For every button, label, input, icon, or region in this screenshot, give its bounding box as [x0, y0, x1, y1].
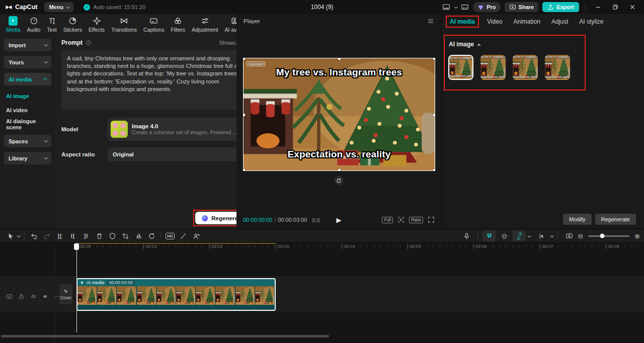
magic-tools-icon[interactable]	[177, 230, 190, 241]
tab-text[interactable]: Text	[44, 16, 59, 33]
full-quality-badge[interactable]: Full	[382, 217, 393, 223]
link-clips-icon[interactable]	[513, 230, 526, 241]
menu-button[interactable]: Menu	[44, 2, 73, 12]
export-button[interactable]: Export	[542, 2, 579, 12]
tab-audio[interactable]: Audio	[24, 16, 44, 33]
tab-effects[interactable]: Effects	[86, 16, 108, 33]
caption-top[interactable]: My tree vs. Instagram trees	[243, 67, 435, 78]
track-select-icon[interactable]	[535, 230, 548, 241]
crop-icon[interactable]	[119, 230, 132, 241]
timeline[interactable]: 00:00 00:01 00:02 00:03 00:04 00:05 00:0…	[0, 243, 644, 343]
snapping-icon[interactable]	[498, 230, 511, 241]
sidebar-item-yours[interactable]: Yours	[4, 56, 51, 68]
tab-adjust[interactable]: Adjust	[551, 18, 568, 25]
timeline-clip[interactable]: AI media 00:00:03:00	[76, 278, 276, 311]
sidebar-item-ai-dialogue-scene[interactable]: AI dialogue scene	[4, 118, 51, 130]
mask-icon[interactable]	[106, 230, 119, 241]
model-select[interactable]: Image 4.0 Create a cohesive set of image…	[108, 118, 249, 141]
mirror-icon[interactable]	[132, 230, 145, 241]
tab-video[interactable]: Video	[487, 18, 502, 25]
hd-quality-icon[interactable]: HD	[164, 230, 177, 241]
thumbnail-1[interactable]: My tree vs. Instagram trees Expectation …	[448, 55, 473, 80]
lock-track-icon[interactable]	[18, 293, 25, 300]
video-preview[interactable]: AI generated My tree vs. Instagram trees…	[243, 58, 435, 171]
timeline-toolbar: ][ I[ ]I HD	[0, 229, 644, 243]
sidebar-item-library[interactable]: Library	[4, 152, 51, 164]
record-voiceover-icon[interactable]	[460, 230, 473, 241]
timeline-scrollbar[interactable]	[1, 335, 329, 337]
thumbnail-3[interactable]: My tree vs. Instagram trees Expectation …	[513, 55, 538, 80]
prompt-label: Prompt	[61, 39, 83, 46]
split-icon[interactable]: ][	[53, 230, 66, 241]
cover-button[interactable]: ✎ Cover	[59, 284, 72, 304]
rotate-handle[interactable]	[335, 176, 344, 185]
info-icon[interactable]	[86, 40, 92, 46]
sidebar-item-ai-image[interactable]: AI image	[4, 90, 51, 102]
redo-icon[interactable]	[40, 230, 53, 241]
sidebar-item-import[interactable]: Import	[4, 39, 51, 51]
tab-media[interactable]: Media	[3, 16, 24, 33]
zoom-in-icon[interactable]: ⊕	[634, 232, 640, 240]
mute-track-icon[interactable]	[42, 293, 49, 300]
sidebar-item-ai-media[interactable]: AI media	[4, 73, 51, 85]
hide-track-icon[interactable]	[30, 293, 37, 300]
zoom-out-icon[interactable]: ⊖	[578, 232, 583, 240]
capcut-app: CapCut Menu ✓ Auto saved: 15:51:20 1004 …	[0, 0, 644, 343]
playhead-handle[interactable]	[74, 243, 79, 250]
tab-ai-media[interactable]: AI media	[450, 18, 475, 25]
caption-bottom[interactable]: Expectation vs. reality	[243, 149, 435, 160]
thumbnail-2[interactable]: My tree vs. Instagram trees Expectation …	[480, 55, 506, 80]
replace-icon[interactable]	[145, 230, 158, 241]
magnet-snap-icon[interactable]	[482, 230, 496, 241]
character-icon[interactable]	[190, 230, 203, 241]
focus-icon[interactable]	[397, 216, 405, 223]
layout-panel-icon[interactable]	[442, 3, 450, 11]
minimize-button[interactable]	[592, 4, 605, 10]
more-options-icon[interactable]: ⋯	[54, 293, 60, 300]
layout-chevron-icon[interactable]	[454, 5, 458, 9]
frame-view-icon[interactable]	[312, 217, 320, 222]
link-chevron[interactable]	[528, 234, 531, 237]
collapse-icon[interactable]	[477, 43, 481, 46]
delete-icon[interactable]	[93, 230, 106, 241]
prompt-input[interactable]: A sad, tiny Christmas tree with only one…	[61, 50, 249, 110]
tab-label: Stickers	[63, 27, 82, 33]
sidebar-item-spaces[interactable]: Spaces	[4, 135, 51, 147]
regenerate-button-right[interactable]: Regenerate	[595, 214, 636, 225]
delete-left-icon[interactable]: I[	[66, 230, 79, 241]
compact-panel-icon[interactable]	[461, 3, 469, 11]
track-select-chevron[interactable]	[550, 234, 554, 237]
player-menu-icon[interactable]	[427, 18, 434, 25]
tab-stickers[interactable]: Stickers	[60, 16, 85, 33]
playhead-line[interactable]	[76, 243, 77, 332]
zoom-slider-thumb[interactable]	[600, 234, 604, 238]
close-button[interactable]	[626, 4, 639, 10]
cursor-tool-icon[interactable]	[4, 230, 17, 241]
tab-captions[interactable]: Captions	[140, 16, 167, 33]
undo-icon[interactable]	[27, 230, 40, 241]
tab-filters[interactable]: Filters	[168, 16, 188, 33]
delete-right-icon[interactable]: ]I	[79, 230, 93, 241]
share-button[interactable]: Share	[505, 2, 539, 12]
restore-button[interactable]	[609, 4, 622, 10]
sidebar-item-ai-video[interactable]: AI video	[4, 104, 51, 116]
tab-ai-stylize[interactable]: AI stylize	[579, 18, 603, 25]
pro-button[interactable]: Pro	[473, 2, 500, 12]
preview-quality-icon[interactable]	[562, 230, 576, 241]
tab-adjustment[interactable]: Adjustment	[189, 16, 221, 33]
aspect-ratio-select[interactable]: Original	[108, 147, 249, 161]
time-ruler[interactable]: 00:00 00:01 00:02 00:03 00:04 00:05 00:0…	[55, 243, 644, 251]
fullscreen-icon[interactable]	[428, 216, 435, 223]
tab-transitions[interactable]: Transitions	[108, 16, 140, 33]
ruler-ticks	[76, 245, 644, 247]
thumb-caption-top: My tree vs. Instagram trees	[545, 56, 570, 58]
player-title: Player	[244, 18, 260, 24]
toolbar-divider	[477, 232, 478, 239]
modify-button[interactable]: Modify	[563, 214, 591, 225]
thumbnail-4[interactable]: My tree vs. Instagram trees Expectation …	[545, 55, 570, 80]
timeline-zoom-slider[interactable]	[588, 235, 629, 237]
cursor-tool-chevron[interactable]	[17, 234, 21, 237]
tab-animation[interactable]: Animation	[514, 18, 540, 25]
play-button[interactable]: ▶	[337, 216, 342, 224]
ratio-badge[interactable]: Ratio	[409, 217, 423, 223]
